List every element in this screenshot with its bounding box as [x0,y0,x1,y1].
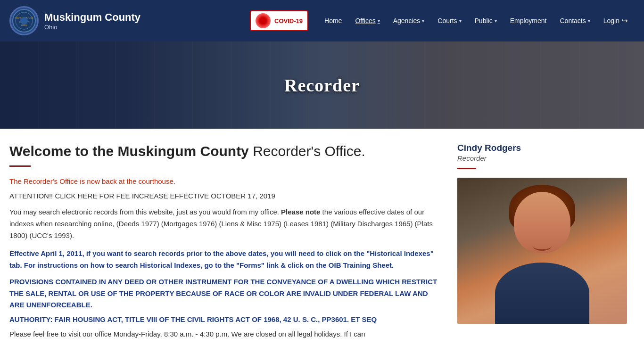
site-title-area: Muskingum County Ohio [44,11,140,31]
site-logo: MUSKINGUM COUNTY OHIO [9,6,39,35]
chevron-down-icon: ▾ [422,18,424,24]
site-name: Muskingum County [44,11,140,24]
photo-smile [533,241,552,251]
nav-agencies[interactable]: Agencies ▾ [387,0,431,41]
authority-notice: AUTHORITY: FAIR HOUSING ACT, TITLE VIII … [9,314,443,326]
main-layout: Welcome to the Muskingum County Recorder… [0,129,644,362]
hero-title: Recorder [284,75,360,96]
attention-line[interactable]: ATTENTION!! CLICK HERE FOR FEE INCREASE … [9,192,443,200]
chevron-down-icon: ▾ [459,18,462,24]
nav-home[interactable]: Home [318,0,348,41]
photo-body [495,263,589,324]
svg-point-5 [20,17,28,25]
nav-contacts[interactable]: Contacts ▾ [553,0,596,41]
page-heading: Welcome to the Muskingum County Recorder… [9,143,443,160]
photo-face [514,192,570,253]
nav-public[interactable]: Public ▾ [468,0,504,41]
covid-badge[interactable]: COVID-19 [250,10,308,31]
nav-courts[interactable]: Courts ▾ [431,0,468,41]
hero-banner: Recorder [0,41,644,129]
heading-normal: Recorder's Office. [249,143,365,159]
please-note-bold: Please note [281,208,320,216]
body-text-1: You may search electronic records from t… [9,206,443,241]
main-content: Welcome to the Muskingum County Recorder… [9,143,443,347]
covid-label: COVID-19 [274,17,303,25]
sidebar-divider [457,168,476,169]
official-photo [457,178,627,324]
nav-employment[interactable]: Employment [504,0,553,41]
historical-indexes-note: Effective April 1, 2011, if you want to … [9,248,443,272]
chevron-down-icon: ▾ [495,18,497,24]
site-header: MUSKINGUM COUNTY OHIO Muskingum County O… [0,0,644,41]
login-icon: ↪ [622,16,628,25]
heading-bold: Welcome to the Muskingum County [9,143,249,159]
covid-icon [256,13,271,28]
chevron-down-icon: ▾ [378,18,380,24]
nav-login[interactable]: Login ↪ [597,0,635,41]
sidebar: Cindy Rodgers Recorder [457,143,627,347]
alert-text[interactable]: The Recorder's Office is now back at the… [9,177,443,185]
official-title: Recorder [457,154,627,162]
logo-area: MUSKINGUM COUNTY OHIO Muskingum County O… [9,6,140,35]
site-state: Ohio [44,24,140,31]
body-text-2: Please feel free to visit our office Mon… [9,329,443,340]
main-nav: Home Offices ▾ Agencies ▾ Courts ▾ Publi… [318,0,635,41]
chevron-down-icon: ▾ [588,18,590,24]
seal-icon: MUSKINGUM COUNTY OHIO [12,8,36,33]
nav-offices[interactable]: Offices ▾ [348,0,386,41]
fee-increase-link[interactable]: ATTENTION!! CLICK HERE FOR FEE INCREASE … [9,192,275,200]
official-name: Cindy Rodgers [457,143,627,153]
provisions-notice: PROVISIONS CONTAINED IN ANY DEED OR OTHE… [9,276,443,311]
heading-underline [9,165,31,167]
